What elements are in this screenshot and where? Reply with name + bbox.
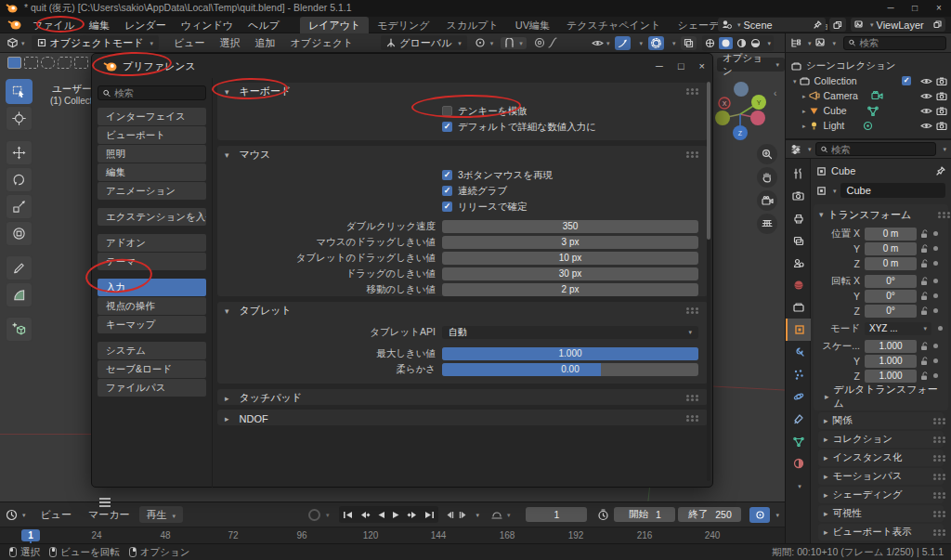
outliner-filter-icon[interactable] (815, 38, 827, 48)
animate-dot-icon[interactable] (933, 231, 938, 236)
sidebar-item-animation[interactable]: アニメーション (98, 182, 206, 200)
rot-x-field[interactable]: 0° (865, 275, 917, 288)
properties-search-input[interactable] (831, 144, 931, 155)
emulate-3-button-checkbox[interactable]: ✓ (442, 170, 452, 180)
loc-y-field[interactable]: 0 m (865, 242, 917, 255)
cube-expand-icon[interactable]: ▸ (802, 108, 806, 114)
drag-threshold-field[interactable]: 30 px (442, 267, 698, 280)
editor-type-3dview-icon[interactable] (7, 37, 19, 49)
tool-measure[interactable] (6, 282, 33, 307)
select-mode-tweak[interactable] (7, 57, 21, 69)
camera-view-button[interactable] (757, 190, 777, 211)
panel-motion-paths[interactable]: ▸モーションパス (818, 468, 944, 485)
keying-set-button[interactable] (749, 507, 770, 523)
max-threshold-slider[interactable]: 1.000 (442, 347, 698, 360)
previous-keyframe-button[interactable] (359, 511, 371, 519)
scale-x-field[interactable]: 1.000 (865, 340, 917, 353)
rot-y-field[interactable]: 0° (865, 290, 917, 303)
playhead-badge[interactable]: 1 (21, 529, 40, 541)
panel-collections[interactable]: ▸コレクション (818, 431, 944, 448)
lock-icon[interactable] (920, 342, 929, 351)
step-forward-button[interactable] (459, 511, 468, 519)
shading-solid-active[interactable] (719, 37, 733, 49)
timeline-menu-view[interactable]: ビュー (33, 506, 80, 523)
pan-hand-button[interactable] (757, 167, 777, 188)
next-keyframe-button[interactable] (407, 511, 418, 519)
tab-column-more-chevron[interactable]: ▾ (786, 475, 811, 497)
scene-copy-button[interactable] (829, 18, 846, 32)
menu-render[interactable]: レンダー (117, 17, 174, 33)
animate-dot-icon[interactable] (933, 261, 938, 266)
hide-eye-icon[interactable] (920, 77, 932, 85)
tool-transform[interactable] (6, 221, 33, 246)
tool-add-cube[interactable] (6, 317, 33, 342)
preferences-search[interactable] (98, 85, 206, 100)
scale-z-field[interactable]: 1.000 (865, 370, 917, 383)
mouse-drag-threshold-field[interactable]: 3 px (442, 236, 698, 249)
object-name-field[interactable]: Cube (840, 183, 945, 198)
tab-modifiers[interactable] (786, 341, 811, 363)
tab-render[interactable] (786, 185, 811, 207)
advanced-numeric-checkbox[interactable]: ✓ (442, 122, 452, 132)
animate-dot-icon[interactable] (933, 246, 938, 251)
play-reverse-button[interactable] (377, 511, 385, 519)
panel-instancing[interactable]: ▸インスタンス化 (818, 449, 944, 466)
snap-toggle[interactable]: ▾ (501, 37, 527, 49)
clock-icon[interactable] (597, 509, 609, 521)
workspace-tab-layout[interactable]: レイアウト (300, 17, 369, 33)
tablet-api-dropdown[interactable]: 自動 ▾ (442, 326, 698, 339)
lock-icon[interactable] (920, 306, 929, 316)
timeline-ruler[interactable]: 1 24 48 72 96 120 144 168 192 216 240 (0, 527, 785, 544)
panel-visibility[interactable]: ▸可視性 (818, 505, 944, 522)
sidebar-item-get-extensions[interactable]: エクステンションを入手 (98, 208, 206, 226)
render-camera-icon[interactable] (936, 107, 947, 115)
sidebar-item-navigation[interactable]: 視点の操作 (98, 297, 206, 315)
drag-handle-icon[interactable] (686, 151, 689, 154)
properties-options-chevron-icon[interactable]: ▾ (943, 146, 946, 152)
overlays-toggle[interactable] (648, 36, 664, 50)
menu-help[interactable]: ヘルプ (241, 17, 287, 33)
delta-transform-row[interactable]: ▸ デルタトランスフォーム (814, 388, 944, 405)
rotation-mode-dropdown[interactable]: XYZ ... ▾ (865, 322, 931, 335)
properties-editor-icon[interactable] (790, 144, 801, 155)
tool-annotate[interactable] (6, 255, 33, 280)
viewport-menu-add[interactable]: 追加 (248, 34, 283, 51)
lock-icon[interactable] (920, 357, 929, 366)
tab-object[interactable] (786, 319, 811, 341)
tab-object-data[interactable] (786, 430, 811, 452)
tool-cursor[interactable] (6, 106, 33, 131)
transform-orientation-selector[interactable]: グローバル ▾ (381, 35, 467, 50)
sidebar-item-themes[interactable]: テーマ (98, 253, 206, 270)
select-mode-paint[interactable] (74, 57, 88, 69)
outliner-scene-collection[interactable]: シーンコレクション (791, 59, 947, 73)
shading-rendered-icon[interactable] (750, 38, 761, 48)
panel-viewport-display[interactable]: ▸ビューポート表示 (818, 524, 944, 540)
render-camera-icon[interactable] (936, 77, 947, 85)
select-mode-circle[interactable] (41, 57, 55, 69)
proportional-editing-toggle[interactable] (534, 37, 557, 48)
frame-end-field[interactable]: 終了 250 (678, 507, 741, 522)
ndof-panel[interactable]: ▸ NDOF (216, 409, 709, 426)
lock-icon[interactable] (920, 259, 929, 268)
softness-slider[interactable]: 0.00 (442, 363, 698, 376)
hide-eye-icon[interactable] (920, 107, 932, 115)
gizmo-axis-y-neg[interactable] (715, 111, 730, 125)
tab-physics[interactable] (786, 385, 811, 408)
sidebar-item-editing[interactable]: 編集 (98, 163, 206, 181)
jump-to-end-button[interactable] (424, 511, 435, 519)
gizmo-toggle[interactable] (615, 36, 631, 50)
drag-handle-icon[interactable] (686, 307, 689, 310)
mouse-panel-header[interactable]: ▾ マウス (217, 146, 708, 163)
collection-expand-icon[interactable]: ▾ (793, 78, 797, 85)
panel-shading[interactable]: ▸シェーディング (818, 487, 944, 503)
shading-material-icon[interactable] (736, 38, 747, 48)
zoom-button[interactable] (757, 144, 777, 164)
lock-icon[interactable] (920, 277, 929, 286)
scrollbar-thumb[interactable] (707, 82, 710, 240)
collection-checkbox[interactable]: ✓ (902, 76, 911, 85)
menu-window[interactable]: ウィンドウ (174, 17, 241, 33)
animate-dot-icon[interactable] (933, 344, 938, 348)
workspace-tab-texture-paint[interactable]: テクスチャペイント (558, 17, 669, 33)
properties-search[interactable] (815, 142, 937, 156)
outliner-object-cube[interactable]: ▸ Cube (791, 103, 947, 118)
